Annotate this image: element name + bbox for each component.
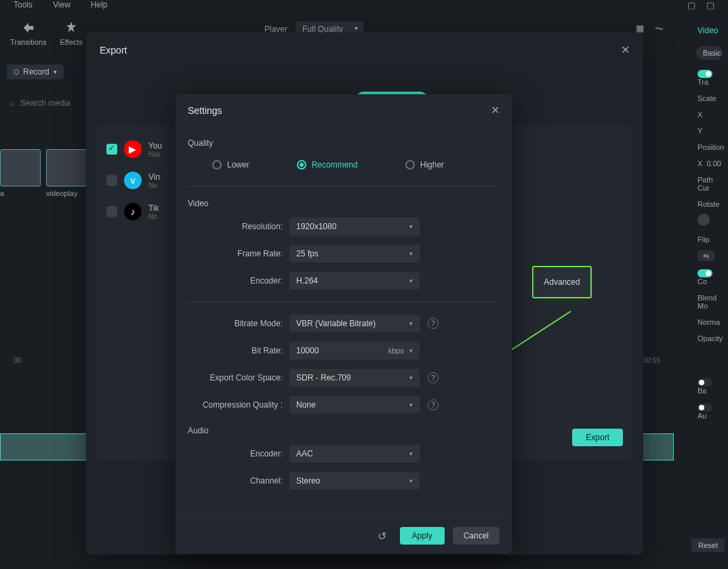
field-bitrate-mode: Bitrate Mode: VBR (Variable Bitrate) ▾ ? [188,315,500,332]
platform-tiktok[interactable]: ♪ Tik No [97,196,171,227]
quality-recommend[interactable]: Recommend [297,160,358,170]
record-label: Record [23,67,49,77]
radio-icon [212,160,222,170]
advanced-button[interactable]: Advanced [532,266,592,298]
field-value: SDR - Rec.709 [296,373,351,382]
tiktok-icon: ♪ [124,203,142,220]
field-compression: Compression Quality : None ▾ ? [188,396,500,414]
bitrate-dropdown[interactable]: 10000 kbps ▾ [289,342,420,359]
field-encoder-video: Encoder: H.264 ▾ [188,272,500,290]
export-header: Export ✕ [86,33,643,67]
media-thumb[interactable]: a [0,149,41,197]
framerate-dropdown[interactable]: 25 fps ▾ [289,245,420,262]
quality-lower[interactable]: Lower [212,160,249,170]
toggle-compositing[interactable] [697,269,712,277]
help-icon[interactable]: ? [428,399,439,410]
reset-button[interactable]: Reset [691,538,725,552]
toggle-background[interactable] [697,378,712,387]
audio-encoder-dropdown[interactable]: AAC ▾ [289,445,420,463]
chevron-down-icon: ▾ [409,223,413,230]
menu-view[interactable]: View [53,0,70,14]
thumb-label: videoplay [46,189,87,197]
vimeo-icon: v [124,172,142,189]
help-icon[interactable]: ? [428,318,439,329]
export-button[interactable]: Export [572,429,623,446]
chevron-down-icon: ▾ [409,374,413,381]
tab-transitions[interactable]: Transitions [10,20,46,46]
effects-icon [64,20,79,35]
platform-sub: No [148,213,159,220]
checkbox-icon[interactable] [106,206,117,217]
platform-youtube[interactable]: ▶ You Has [97,134,171,165]
export-close-button[interactable]: ✕ [621,43,630,56]
rotate-knob[interactable] [691,212,728,231]
platform-vimeo[interactable]: v Vin No [97,165,171,196]
radio-label: Lower [227,160,249,170]
field-value: None [296,400,316,410]
basic-pill[interactable]: Basic [696,46,723,60]
quality-higher[interactable]: Higher [405,160,444,170]
encoder-dropdown[interactable]: H.264 ▾ [289,272,420,290]
cancel-button[interactable]: Cancel [453,527,500,545]
prop-position-label: Position [691,139,728,155]
platform-name: Vin [148,172,160,182]
window-icon[interactable]: ▢ [706,0,714,10]
tab-effects[interactable]: Effects [60,20,82,46]
chevron-down-icon: ▾ [409,401,413,408]
thumb-image [46,149,87,187]
field-value: H.264 [296,276,318,286]
tool-tabs: Transitions Effects [0,20,83,46]
menu-help[interactable]: Help [91,0,108,14]
window-icon[interactable]: ▢ [687,0,695,10]
platform-sub: Has [148,151,162,158]
field-units: kbps [388,347,404,355]
video-tab[interactable]: Video [691,20,728,41]
radio-label: Recommend [312,160,358,170]
field-value: 25 fps [296,249,319,258]
compression-dropdown[interactable]: None ▾ [289,396,420,414]
chart-icon[interactable]: 〜 [655,23,664,35]
record-icon [14,69,19,75]
prop-flip-label: Flip [691,231,728,248]
checkbox-icon[interactable] [106,175,117,186]
chevron-down-icon: ▾ [54,68,57,75]
settings-modal: Settings ✕ Quality Lower Recommend Highe… [176,94,512,554]
chevron-down-icon: ▾ [409,347,413,354]
prop-scale-y: Y [691,123,728,139]
title-bar-icons: ▢ ▢ [687,0,714,10]
bitrate-mode-dropdown[interactable]: VBR (Variable Bitrate) ▾ [289,315,420,332]
help-icon[interactable]: ? [428,372,439,383]
media-thumb[interactable]: videoplay [46,149,87,197]
field-frame-rate: Frame Rate: 25 fps ▾ [188,245,500,262]
prop-blend-value[interactable]: Norma [691,314,728,330]
colorspace-dropdown[interactable]: SDR - Rec.709 ▾ [289,369,420,387]
search-placeholder: Search media [20,98,70,108]
channel-dropdown[interactable]: Stereo ▾ [289,472,420,490]
apply-button[interactable]: Apply [400,527,445,545]
field-label: Encoder: [188,449,289,458]
tab-label: Transitions [10,38,46,46]
search-media[interactable]: ⌕ Search media [10,98,70,108]
resolution-dropdown[interactable]: 1920x1080 ▾ [289,218,420,235]
toggle-auto[interactable] [697,404,712,412]
record-button[interactable]: Record ▾ [7,64,64,79]
prop-pos-x: X 0.00 [691,155,728,172]
prop-blend-label: Blend Mo [691,290,728,314]
chevron-down-icon: ▾ [409,277,413,284]
prop-scale-x: X [691,106,728,123]
video-section-label: Video [188,199,500,208]
field-value: AAC [296,449,313,458]
flip-buttons[interactable]: ⇋ [691,248,728,264]
settings-close-button[interactable]: ✕ [491,104,500,117]
toggle-transform[interactable] [697,70,712,78]
field-bit-rate: Bit Rate: 10000 kbps ▾ [188,342,500,359]
platform-list: ▶ You Has v Vin No ♪ Tik No [97,125,171,460]
platform-name: You [148,141,162,151]
reset-icon[interactable]: ↺ [378,530,386,543]
field-resolution: Resolution: 1920x1080 ▾ [188,218,500,235]
prop-rotate-label: Rotate [691,196,728,212]
checkbox-icon[interactable] [106,144,117,155]
transitions-icon [21,20,36,35]
export-title: Export [100,45,127,56]
menu-tools[interactable]: Tools [14,0,33,14]
